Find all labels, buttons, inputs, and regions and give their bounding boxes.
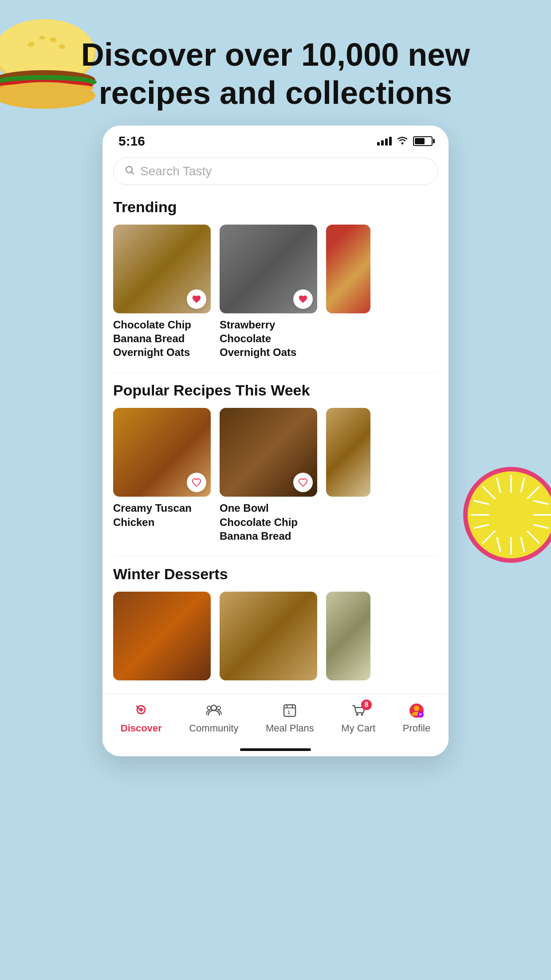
hero-title: Discover over 10,000 new recipes and col… [35, 36, 516, 112]
app-content: Trending Chocolate Chip Banana Bread Ove… [102, 198, 449, 680]
recipe-image [326, 408, 370, 497]
recipe-image [326, 225, 370, 313]
nav-item-profile[interactable]: P Profile [403, 701, 430, 734]
recipe-card[interactable]: One Bowl Chocolate Chip Banana Bread [220, 408, 317, 543]
svg-point-36 [207, 706, 211, 710]
favorite-button[interactable] [293, 289, 313, 309]
recipe-card[interactable] [326, 592, 370, 680]
recipe-image [220, 592, 317, 680]
recipe-title: One Bowl Chocolate Chip Banana Bread [220, 501, 317, 543]
nav-label-profile: Profile [403, 723, 430, 734]
signal-bar-4 [389, 137, 392, 146]
signal-bar-1 [377, 142, 380, 146]
recipe-image [113, 408, 211, 497]
nav-item-meal-plans[interactable]: 1 Meal Plans [266, 701, 314, 734]
recipe-card[interactable]: Creamy Tuscan Chicken [113, 408, 211, 543]
recipe-title: Chocolate Chip Banana Bread Overnight Oa… [113, 318, 211, 360]
wifi-icon [396, 135, 409, 147]
svg-point-44 [361, 713, 363, 715]
favorite-button[interactable] [187, 473, 206, 492]
cart-badge: 8 [361, 699, 372, 710]
hero-section: Discover over 10,000 new recipes and col… [0, 0, 551, 126]
nav-item-my-cart[interactable]: 8 My Cart [341, 701, 375, 734]
meal-plans-icon: 1 [278, 701, 301, 720]
recipe-card[interactable] [220, 592, 317, 680]
svg-line-31 [132, 172, 134, 174]
svg-point-34 [139, 708, 143, 711]
nav-label-meal-plans: Meal Plans [266, 723, 314, 734]
search-container[interactable]: Search Tasty [102, 153, 449, 194]
svg-text:1: 1 [287, 710, 290, 715]
signal-bar-3 [385, 138, 388, 146]
trending-row: Chocolate Chip Banana Bread Overnight Oa… [113, 225, 438, 360]
search-bar[interactable]: Search Tasty [113, 158, 438, 185]
bottom-nav: Discover Community [102, 694, 449, 743]
recipe-card[interactable] [113, 592, 211, 680]
recipe-image [220, 225, 317, 313]
status-bar: 5:16 [102, 126, 449, 153]
favorite-button[interactable] [293, 473, 313, 492]
search-placeholder: Search Tasty [140, 164, 212, 178]
nav-item-community[interactable]: Community [189, 701, 238, 734]
home-bar [240, 748, 311, 751]
svg-point-29 [401, 142, 404, 144]
nav-label-my-cart: My Cart [341, 723, 375, 734]
recipe-title: Creamy Tuscan Chicken [113, 501, 211, 529]
favorite-button[interactable] [187, 289, 206, 309]
divider [113, 372, 438, 373]
winter-desserts-row [113, 592, 438, 680]
winter-desserts-section-title: Winter Desserts [113, 565, 438, 583]
recipe-image [113, 592, 211, 680]
nav-label-discover: Discover [121, 723, 162, 734]
status-time: 5:16 [118, 134, 145, 149]
recipe-card[interactable] [326, 225, 370, 360]
nav-item-discover[interactable]: Discover [121, 701, 162, 734]
home-indicator [102, 743, 449, 756]
phone-mockup: 5:16 [102, 126, 449, 756]
popular-row: Creamy Tuscan Chicken One Bowl Chocolate… [113, 408, 438, 543]
svg-point-37 [217, 706, 220, 710]
starburst-illustration [462, 466, 551, 564]
trending-section-title: Trending [113, 198, 438, 216]
recipe-card[interactable]: Strawberry Chocolate Overnight Oats [220, 225, 317, 360]
signal-bar-2 [381, 140, 384, 146]
recipe-image [113, 225, 211, 313]
svg-point-46 [414, 706, 419, 711]
svg-text:P: P [419, 712, 422, 717]
signal-bars-icon [377, 137, 392, 146]
recipe-image [220, 408, 317, 497]
recipe-card[interactable] [326, 408, 370, 543]
community-icon [202, 701, 225, 720]
my-cart-icon: 8 [347, 701, 370, 720]
battery-icon [413, 136, 433, 146]
discover-icon [130, 701, 153, 720]
search-icon [124, 165, 135, 178]
profile-icon: P [405, 701, 428, 720]
status-icons [377, 135, 433, 147]
recipe-image [326, 592, 370, 680]
divider [113, 556, 438, 557]
svg-point-43 [356, 713, 358, 715]
recipe-title: Strawberry Chocolate Overnight Oats [220, 318, 317, 360]
recipe-card[interactable]: Chocolate Chip Banana Bread Overnight Oa… [113, 225, 211, 360]
nav-label-community: Community [189, 723, 238, 734]
popular-section-title: Popular Recipes This Week [113, 382, 438, 399]
